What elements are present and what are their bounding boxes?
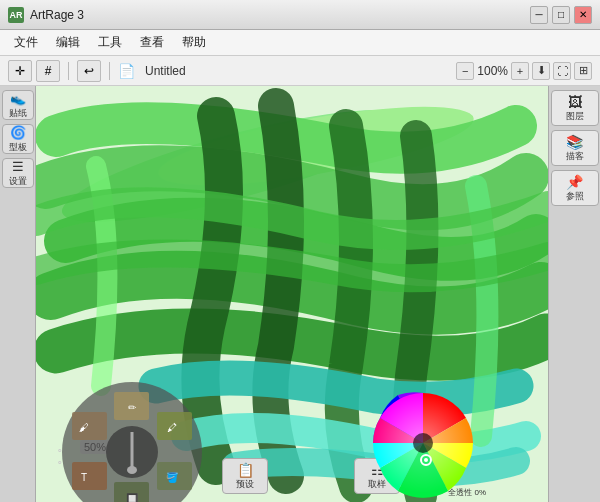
minimize-button[interactable]: ─ bbox=[530, 6, 548, 24]
layers-icon: 🖼 bbox=[568, 93, 582, 111]
zoom-out-button[interactable]: − bbox=[456, 62, 474, 80]
main-area: 👟 贴纸 🌀 型板 ☰ 设置 bbox=[0, 86, 600, 502]
svg-text:🖍: 🖍 bbox=[167, 422, 177, 433]
sticker-label: 贴纸 bbox=[9, 108, 27, 119]
trace-icon: 📚 bbox=[566, 133, 583, 151]
app-icon: AR bbox=[8, 7, 24, 23]
zoom-in-button[interactable]: + bbox=[511, 62, 529, 80]
menu-tools[interactable]: 工具 bbox=[90, 32, 130, 53]
reference-tool[interactable]: 📌 参照 bbox=[551, 170, 599, 206]
svg-text:T: T bbox=[81, 472, 87, 483]
left-panel: 👟 贴纸 🌀 型板 ☰ 设置 bbox=[0, 86, 36, 502]
canvas-area[interactable]: 50% bbox=[36, 86, 548, 502]
fullscreen-button[interactable]: ⛶ bbox=[553, 62, 571, 80]
window-controls: ─ □ ✕ bbox=[530, 6, 592, 24]
svg-text:🖌: 🖌 bbox=[79, 422, 89, 433]
svg-text:✏: ✏ bbox=[128, 402, 137, 413]
svg-point-23 bbox=[424, 458, 428, 462]
export-button[interactable]: ⬇ bbox=[532, 62, 550, 80]
move-tool-button[interactable]: ✛ bbox=[8, 60, 32, 82]
more-button[interactable]: ⊞ bbox=[574, 62, 592, 80]
zoom-value: 100% bbox=[477, 64, 508, 78]
toolbar-separator-1 bbox=[68, 62, 69, 80]
preview-button[interactable]: 📋 预设 bbox=[222, 458, 268, 494]
menu-file[interactable]: 文件 bbox=[6, 32, 46, 53]
window-title: ArtRage 3 bbox=[30, 8, 530, 22]
svg-point-24 bbox=[413, 433, 433, 453]
toolbar-separator-2 bbox=[109, 62, 110, 80]
reference-icon: 📌 bbox=[566, 173, 583, 191]
color-wheel-container[interactable]: 全透性 0% bbox=[358, 388, 488, 498]
svg-text:🔲: 🔲 bbox=[126, 492, 139, 502]
menu-view[interactable]: 查看 bbox=[132, 32, 172, 53]
reference-label: 参照 bbox=[566, 191, 584, 203]
svg-rect-4 bbox=[72, 412, 107, 440]
title-bar: AR ArtRage 3 ─ □ ✕ bbox=[0, 0, 600, 30]
close-button[interactable]: ✕ bbox=[574, 6, 592, 24]
preview-icon: 📋 bbox=[237, 462, 254, 478]
sticker-icon: 👟 bbox=[10, 91, 26, 107]
document-name: Untitled bbox=[145, 64, 186, 78]
menu-edit[interactable]: 编辑 bbox=[48, 32, 88, 53]
color-wheel-svg bbox=[358, 388, 488, 498]
tool-wheel[interactable]: 🖌 ✏ 🖍 🪣 🔲 T ⚬ ⚬ bbox=[52, 372, 212, 502]
maximize-button[interactable]: □ bbox=[552, 6, 570, 24]
template-icon: 🌀 bbox=[10, 125, 26, 141]
layers-label: 图层 bbox=[566, 111, 584, 123]
template-tool[interactable]: 🌀 型板 bbox=[2, 124, 34, 154]
svg-text:⚬: ⚬ bbox=[56, 446, 64, 456]
layers-tool[interactable]: 🖼 图层 bbox=[551, 90, 599, 126]
svg-rect-9 bbox=[72, 462, 107, 490]
svg-text:⚬: ⚬ bbox=[56, 458, 64, 468]
zoom-control: − 100% + ⬇ ⛶ ⊞ bbox=[456, 62, 592, 80]
alpha-label: 全透性 0% bbox=[448, 487, 486, 498]
menu-bar: 文件 编辑 工具 查看 帮助 bbox=[0, 30, 600, 56]
preview-label: 预设 bbox=[236, 478, 254, 491]
trace-label: 描客 bbox=[566, 151, 584, 163]
trace-tool[interactable]: 📚 描客 bbox=[551, 130, 599, 166]
menu-help[interactable]: 帮助 bbox=[174, 32, 214, 53]
settings-tool[interactable]: ☰ 设置 bbox=[2, 158, 34, 188]
tool-wheel-svg: 🖌 ✏ 🖍 🪣 🔲 T ⚬ ⚬ bbox=[52, 372, 212, 502]
template-label: 型板 bbox=[9, 142, 27, 153]
doc-icon: 📄 bbox=[118, 63, 135, 79]
settings-icon: ☰ bbox=[12, 159, 24, 175]
svg-text:🪣: 🪣 bbox=[166, 471, 179, 484]
settings-label: 设置 bbox=[9, 176, 27, 187]
right-panel: 🖼 图层 📚 描客 📌 参照 bbox=[548, 86, 600, 502]
toolbar: ✛ # ↩ 📄 Untitled − 100% + ⬇ ⛶ ⊞ bbox=[0, 56, 600, 86]
undo-button[interactable]: ↩ bbox=[77, 60, 101, 82]
grid-button[interactable]: # bbox=[36, 60, 60, 82]
svg-point-12 bbox=[127, 466, 137, 474]
sticker-tool[interactable]: 👟 贴纸 bbox=[2, 90, 34, 120]
